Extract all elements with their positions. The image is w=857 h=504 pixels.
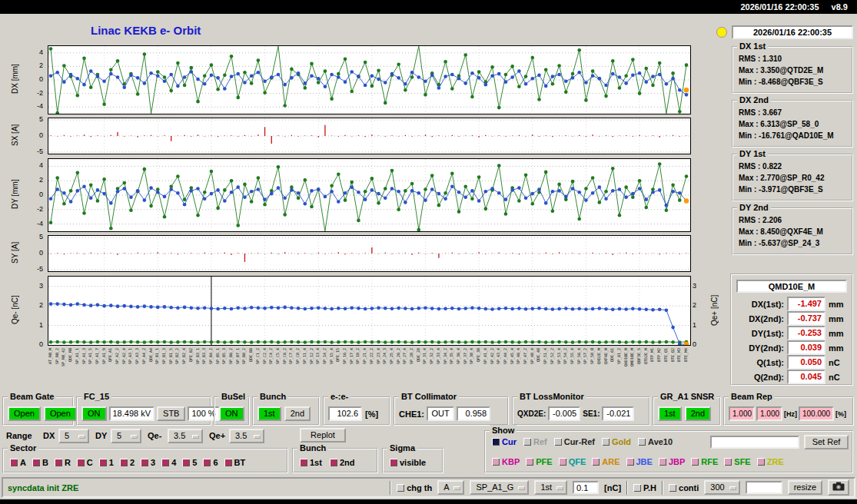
sector-checkbox-6[interactable]: 6 (203, 458, 218, 467)
range-dx-dropdown[interactable]: 5 (58, 429, 89, 443)
checkbox-box[interactable] (203, 459, 211, 466)
beam-gate-open-button-2[interactable]: Open (44, 406, 77, 421)
chg-th-checkbox[interactable]: chg th (397, 483, 432, 492)
checkbox-box[interactable] (554, 438, 562, 446)
checkbox-box[interactable] (523, 438, 531, 446)
show-checkbox-ave10[interactable]: Ave10 (638, 437, 673, 446)
show-checkbox-zre[interactable]: ZRE (757, 457, 784, 466)
interval-dropdown[interactable]: 300 (704, 480, 739, 495)
checkbox-box[interactable] (526, 458, 533, 466)
busel-on-button[interactable]: ON (219, 406, 244, 421)
element-name-label: SP_22_2 (370, 348, 374, 364)
checkbox-box[interactable] (161, 459, 169, 466)
checkbox-box[interactable] (10, 459, 18, 466)
checkbox-box[interactable] (390, 459, 397, 466)
show-checkbox-rfe[interactable]: RFE (691, 457, 718, 466)
set-ref-button[interactable]: Set Ref (804, 435, 849, 449)
show-checkbox-sfe[interactable]: SFE (724, 457, 750, 466)
option-menu-icon (729, 486, 736, 490)
checkbox-box[interactable] (182, 459, 190, 466)
checkbox-box[interactable] (691, 458, 699, 466)
bunch-dropdown[interactable]: 1st (534, 480, 567, 495)
checkbox-box[interactable] (330, 459, 337, 466)
ref-name-input[interactable] (710, 436, 799, 449)
checkbox-box[interactable] (633, 484, 641, 492)
checkbox-box[interactable] (224, 459, 232, 466)
show-checkbox-cur-ref[interactable]: Cur-Ref (554, 437, 595, 446)
bunch-2nd-button[interactable]: 2nd (284, 406, 311, 421)
range-dy-dropdown[interactable]: 5 (111, 429, 141, 443)
checkbox-box[interactable] (141, 459, 148, 466)
bunch-checkbox-2nd[interactable]: 2nd (330, 458, 355, 467)
show-checkbox-pfe[interactable]: PFE (526, 457, 552, 466)
sector-checkbox-bt[interactable]: BT (224, 458, 246, 467)
checkbox-box[interactable] (120, 459, 128, 466)
sector-checkbox-1[interactable]: 1 (99, 458, 114, 467)
fc15-stb-button[interactable]: STB (157, 406, 185, 421)
sector-checkbox-2[interactable]: 2 (120, 458, 135, 467)
checkbox-box[interactable] (669, 484, 676, 492)
checkbox-box[interactable] (659, 458, 666, 466)
checkbox-box[interactable] (559, 458, 566, 466)
sector-checkbox-4[interactable]: 4 (161, 458, 176, 467)
sigma-checkbox-visible[interactable]: visible (390, 458, 426, 467)
checkbox-box[interactable] (724, 458, 732, 466)
conti-checkbox[interactable]: conti (669, 483, 699, 492)
show-checkbox-gold[interactable]: Gold (602, 437, 631, 446)
checkbox-box[interactable] (592, 458, 600, 466)
checkbox-label: 2nd (340, 458, 355, 467)
charge-chart[interactable] (48, 276, 691, 346)
checkbox-box[interactable] (99, 459, 107, 466)
range-qep-dropdown[interactable]: 3.5 (229, 429, 264, 443)
fc15-on-button[interactable]: ON (81, 406, 107, 421)
dy-orbit-chart[interactable] (48, 158, 691, 232)
bunch-1st-button[interactable]: 1st (257, 406, 281, 421)
sy-steering-chart[interactable] (48, 235, 691, 272)
checkbox-label: ARE (602, 457, 619, 466)
show-checkbox-ref[interactable]: Ref (523, 437, 547, 446)
sector-checkbox-a[interactable]: A (10, 458, 26, 467)
gr-snsr-2nd-button[interactable]: 2nd (685, 406, 711, 421)
checkbox-box[interactable] (626, 458, 634, 466)
show-checkbox-cur[interactable]: Cur (492, 437, 517, 446)
resize-button[interactable]: resize (788, 480, 822, 495)
checkbox-box[interactable] (492, 458, 500, 466)
gr-snsr-1st-button[interactable]: 1st (658, 406, 682, 421)
beam-gate-group: Beam Gate Open Open (2, 396, 74, 426)
sector-checkbox-r[interactable]: R (55, 458, 71, 467)
threshold-input[interactable] (573, 481, 599, 494)
beam-gate-open-button-1[interactable]: Open (8, 406, 41, 421)
checkbox-box[interactable] (638, 438, 646, 446)
show-checkbox-kbp[interactable]: KBP (492, 457, 520, 466)
sector-label: Sector (8, 443, 38, 453)
element-name-label: SP_B6_2 (229, 348, 233, 364)
show-checkbox-jbp[interactable]: JBP (659, 457, 685, 466)
sector-checkbox-3[interactable]: 3 (141, 458, 155, 467)
checkbox-box[interactable] (397, 484, 404, 492)
screenshot-button[interactable] (828, 479, 849, 496)
checkbox-box[interactable] (602, 438, 610, 446)
checkbox-box[interactable] (492, 438, 500, 446)
sector-checkbox-b[interactable]: B (32, 458, 48, 467)
sector-checkbox-5[interactable]: 5 (182, 458, 197, 467)
checkbox-box[interactable] (55, 459, 62, 466)
element-name-label: BTE_M4 (684, 348, 688, 362)
checkbox-box[interactable] (32, 459, 40, 466)
sector-checkbox-c[interactable]: C (77, 458, 93, 467)
range-qem-dropdown[interactable]: 3.5 (168, 429, 203, 443)
bunch-checkbox-1st[interactable]: 1st (300, 458, 322, 467)
mode-dropdown[interactable]: A (437, 480, 464, 495)
checkbox-box[interactable] (757, 458, 765, 466)
show-checkbox-are[interactable]: ARE (592, 457, 619, 466)
checkbox-box[interactable] (77, 459, 85, 466)
dx-orbit-chart[interactable] (48, 45, 691, 114)
dx-yticks: 420-2-4 (26, 45, 45, 113)
blank-input[interactable] (746, 481, 782, 494)
sx-steering-chart[interactable] (48, 118, 691, 154)
show-checkbox-jbe[interactable]: JBE (626, 457, 653, 466)
ph-checkbox[interactable]: P.H (633, 483, 656, 492)
show-checkbox-qfe[interactable]: QFE (559, 457, 586, 466)
device-dropdown[interactable]: SP_A1_G (470, 480, 529, 495)
checkbox-box[interactable] (300, 459, 307, 466)
replot-button[interactable]: Replot (300, 428, 346, 443)
